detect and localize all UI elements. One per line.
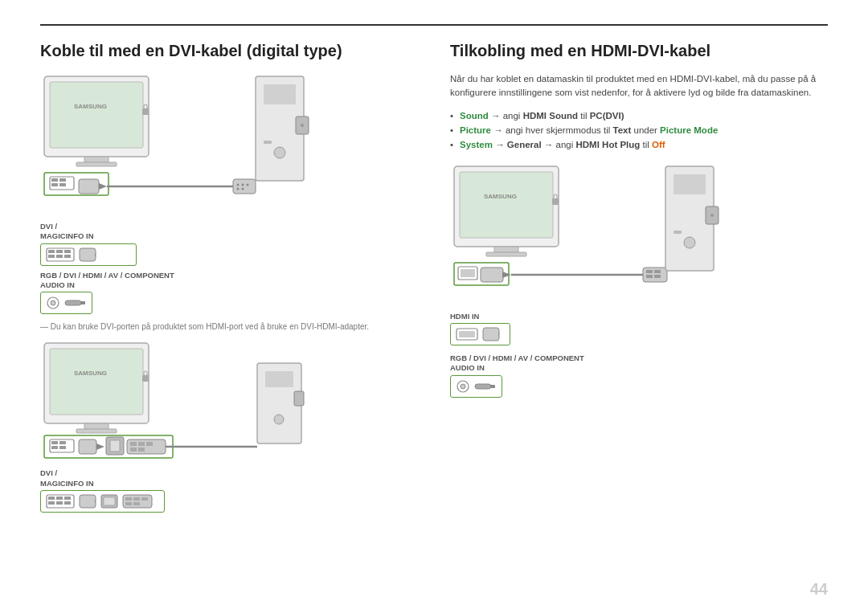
dvi-diagram-top: SAMSUNG <box>40 72 418 217</box>
svg-rect-85 <box>133 502 140 505</box>
bullet1-hdmi-sound: HDMI Sound <box>523 111 578 121</box>
footnote: ― Du kan bruke DVI-porten på produktet s… <box>40 322 418 331</box>
dvi-label-top: DVI /MAGICINFO IN <box>40 222 418 242</box>
svg-text:SAMSUNG: SAMSUNG <box>484 193 517 200</box>
svg-rect-3 <box>84 157 108 162</box>
audio-port-icon-top <box>46 296 60 310</box>
hdmi-diagram-svg: SAMSUNG <box>450 162 796 303</box>
dvi-port-section-top: DVI /MAGICINFO IN <box>40 222 418 319</box>
svg-rect-66 <box>265 371 293 387</box>
svg-rect-84 <box>125 502 132 505</box>
svg-rect-51 <box>59 441 66 444</box>
svg-rect-11 <box>51 183 58 186</box>
bullet1-text2: til <box>580 111 590 121</box>
hdmi-label: HDMI IN <box>450 312 828 321</box>
svg-rect-12 <box>59 183 66 186</box>
svg-rect-81 <box>125 497 132 501</box>
bullet3-text2: → angi <box>544 140 576 149</box>
dvi-port-icon-2 <box>46 494 75 509</box>
svg-point-106 <box>684 237 695 248</box>
svg-rect-60 <box>138 442 145 446</box>
svg-point-115 <box>461 384 465 389</box>
svg-text:SAMSUNG: SAMSUNG <box>74 103 107 110</box>
audio-port-box-top <box>40 292 92 314</box>
svg-rect-95 <box>461 269 475 277</box>
bullet3-system: System <box>460 140 493 149</box>
bullet-item-2: Picture → angi hver skjermmodus til Text… <box>450 123 828 137</box>
svg-rect-117 <box>490 385 495 388</box>
svg-rect-102 <box>646 275 653 278</box>
hdmi-port-section: HDMI IN RGB / DVI / HDMI / AV / COMPONEN… <box>450 312 828 403</box>
svg-rect-63 <box>138 447 145 452</box>
svg-rect-87 <box>460 172 553 238</box>
svg-rect-70 <box>48 497 55 500</box>
svg-rect-92 <box>486 252 526 256</box>
bullet3-off: Off <box>652 140 665 149</box>
audio-port-icon-right <box>456 379 470 394</box>
svg-rect-103 <box>654 275 661 278</box>
bullet3-general: General <box>507 140 542 149</box>
svg-rect-111 <box>459 331 475 337</box>
svg-rect-112 <box>483 328 499 341</box>
svg-rect-54 <box>79 439 96 454</box>
svg-rect-75 <box>64 501 71 505</box>
svg-rect-32 <box>48 255 55 258</box>
audio-label-top: RGB / DVI / HDMI / AV / COMPONENTAUDIO I… <box>40 271 418 291</box>
svg-rect-31 <box>64 250 71 253</box>
dvi-diagram-bottom: SAMSUNG <box>40 339 418 464</box>
svg-rect-29 <box>48 250 55 253</box>
svg-rect-23 <box>264 84 296 104</box>
dvi-diagram-svg-top: SAMSUNG <box>40 72 386 213</box>
dvi-diagram-svg-bottom: SAMSUNG <box>40 339 386 460</box>
svg-rect-25 <box>264 141 272 144</box>
svg-rect-1 <box>50 82 143 148</box>
svg-point-17 <box>237 184 240 186</box>
svg-point-24 <box>274 147 285 158</box>
bullet-item-1: Sound → angi HDMI Sound til PC(DVI) <box>450 108 828 123</box>
svg-rect-40 <box>80 301 85 304</box>
bullet-item-3: System → General → angi HDMI Hot Plug ti… <box>450 137 828 152</box>
svg-rect-52 <box>51 446 58 449</box>
audio-label-right: RGB / DVI / HDMI / AV / COMPONENTAUDIO I… <box>450 353 828 374</box>
svg-rect-33 <box>56 255 63 258</box>
svg-rect-4 <box>76 162 117 166</box>
audio-cable-icon-top <box>64 298 87 308</box>
page-number: 44 <box>810 580 828 599</box>
bullet3-text1: → <box>495 140 507 149</box>
bullet2-text: Text <box>612 125 631 135</box>
svg-rect-39 <box>65 300 81 305</box>
svg-rect-30 <box>56 250 63 253</box>
svg-point-67 <box>274 415 284 424</box>
bullet-list: Sound → angi HDMI Sound til PC(DVI) Pict… <box>450 108 828 153</box>
svg-rect-105 <box>674 174 706 194</box>
audio-cable-icon-right <box>474 382 497 391</box>
svg-rect-42 <box>50 349 143 415</box>
bullet3-hotplug: HDMI Hot Plug <box>576 140 641 149</box>
svg-rect-58 <box>127 439 166 454</box>
svg-point-21 <box>242 188 244 190</box>
svg-rect-47 <box>76 429 117 433</box>
svg-point-38 <box>51 300 55 305</box>
dvi-connector-icon <box>79 247 96 262</box>
svg-rect-73 <box>48 501 55 505</box>
dvi-arrow-icon <box>79 494 96 509</box>
right-column: Tilkobling med en HDMI-DVI-kabel Når du … <box>450 40 828 517</box>
svg-rect-16 <box>233 179 256 194</box>
svg-rect-83 <box>141 497 148 501</box>
svg-rect-46 <box>84 423 108 429</box>
hdmi-port-box <box>450 323 510 345</box>
dvi-wide-icon <box>122 494 153 509</box>
svg-rect-82 <box>133 497 140 501</box>
dvi-label-bottom: DVI /MAGICINFO IN <box>40 468 418 488</box>
svg-rect-68 <box>294 391 304 406</box>
dvi-port-box-top <box>40 243 137 266</box>
svg-rect-50 <box>51 441 58 444</box>
svg-rect-59 <box>130 442 137 446</box>
svg-rect-62 <box>130 447 137 452</box>
svg-rect-13 <box>79 179 99 194</box>
svg-rect-107 <box>674 231 682 234</box>
svg-marker-14 <box>99 183 107 190</box>
svg-rect-79 <box>104 497 115 505</box>
svg-point-20 <box>237 188 240 190</box>
svg-rect-10 <box>59 178 66 182</box>
